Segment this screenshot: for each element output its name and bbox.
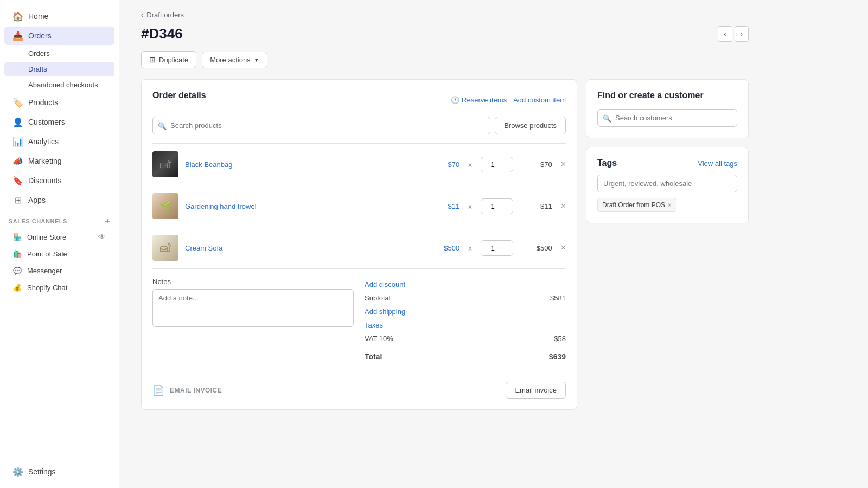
products-icon: 🏷️ [13,98,23,107]
item-qty-trowel[interactable] [481,198,513,214]
qty-input-sofa[interactable] [481,240,513,256]
taxes-label: Taxes [365,321,383,329]
nav-next-button[interactable]: › [735,26,749,42]
order-summary: Add discount — Subtotal $581 Add shippin… [365,278,566,364]
total-label: Total [365,352,382,361]
duplicate-label: Duplicate [159,56,188,64]
order-details-card: Order details 🕐 Reserve items Add custom… [141,79,577,410]
vat-value: $58 [554,335,566,343]
page-title: #D346 [141,25,183,42]
sidebar-channel-messenger[interactable]: 💬 Messenger [4,263,114,279]
sidebar-item-label: Orders [28,31,52,40]
email-invoice-section: 📄 EMAIL INVOICE Email invoice [152,373,566,399]
notes-label: Notes [152,278,354,286]
item-link-sofa[interactable]: Cream Sofa [185,244,222,252]
breadcrumb[interactable]: ‹ Draft orders [141,11,749,19]
tag-item: Draft Order from POS × [597,198,676,212]
more-actions-label: More actions [210,56,250,64]
nav-prev-button[interactable]: ‹ [718,26,732,42]
email-invoice-button[interactable]: Email invoice [506,382,566,399]
duplicate-button[interactable]: ⊞ Duplicate [141,51,196,68]
online-store-label: Online Store [27,233,66,241]
remove-item-sofa[interactable]: × [561,243,566,253]
sidebar-sub-drafts[interactable]: Drafts [4,62,114,76]
discount-row: Add discount — [365,278,566,291]
sidebar: 🏠 Home 📥 Orders Orders Drafts Abandoned … [0,0,119,488]
tag-remove-button[interactable]: × [667,201,672,209]
tags-input[interactable] [597,175,737,192]
sidebar-item-label: Marketing [28,157,61,165]
discounts-icon: 🔖 [13,176,23,185]
add-discount-link[interactable]: Add discount [365,280,405,288]
remove-item-trowel[interactable]: × [561,201,566,211]
sidebar-item-marketing[interactable]: 📣 Marketing [4,152,114,170]
sidebar-item-apps[interactable]: ⊞ Apps [4,191,114,209]
pos-label: Point of Sale [27,250,67,258]
sidebar-item-products[interactable]: 🏷️ Products [4,93,114,112]
drafts-label: Drafts [28,65,47,73]
item-link-beanbag[interactable]: Black Beanbag [185,160,232,169]
browse-products-button[interactable]: Browse products [495,117,566,134]
more-actions-button[interactable]: More actions ▼ [202,52,267,68]
qty-input-trowel[interactable] [481,198,513,214]
item-qty-sofa[interactable] [481,240,513,256]
add-channel-icon[interactable]: + [105,216,110,226]
item-image-beanbag: 🛋 [152,151,178,177]
messenger-label: Messenger [27,267,62,275]
subtotal-row: Subtotal $581 [365,291,566,305]
main-content: ‹ Draft orders #D346 ‹ › ⊞ Duplicate Mor… [119,0,868,488]
qty-input-beanbag[interactable] [481,157,513,172]
eye-icon: 👁 [98,233,106,241]
orders-sub-label: Orders [28,49,50,57]
line-items-list: 🛋 Black Beanbag $70 x $70 [152,143,566,269]
item-qty-beanbag[interactable] [481,157,513,172]
notes-textarea[interactable] [152,289,354,327]
product-search-wrap: 🔍 [152,117,490,134]
sidebar-sub-abandoned[interactable]: Abandoned checkouts [4,78,114,92]
notes-summary-section: Notes Add discount — Subtotal [152,278,566,364]
email-invoice-title: EMAIL INVOICE [170,387,222,394]
remove-item-beanbag[interactable]: × [561,159,566,169]
breadcrumb-text: Draft orders [146,11,184,19]
sidebar-sub-orders[interactable]: Orders [4,46,114,61]
line-item: 🌱 Gardening hand trowel $11 x [152,185,566,227]
sidebar-item-analytics[interactable]: 📊 Analytics [4,132,114,151]
item-total-trowel: $11 [520,202,552,210]
item-image-trowel: 🌱 [152,193,178,219]
customer-search-input[interactable] [597,109,737,127]
order-details-title: Order details [152,91,206,100]
item-link-trowel[interactable]: Gardening hand trowel [185,202,257,210]
customers-icon: 👤 [13,117,23,127]
messenger-icon: 💬 [13,267,22,275]
abandoned-label: Abandoned checkouts [28,81,98,89]
sidebar-item-settings[interactable]: ⚙️ Settings [4,463,114,481]
sidebar-item-customers[interactable]: 👤 Customers [4,113,114,131]
sidebar-channel-shopify-chat[interactable]: 💰 Shopify Chat [4,280,114,296]
view-all-tags-link[interactable]: View all tags [698,159,737,168]
sidebar-channel-online-store[interactable]: 🏪 Online Store 👁 [4,229,114,245]
shipping-dash: — [559,307,566,316]
line-item: 🛋 Black Beanbag $70 x $70 [152,144,566,185]
sidebar-item-home[interactable]: 🏠 Home [4,7,114,25]
vat-row: VAT 10% $58 [365,332,566,345]
product-search-input[interactable] [152,117,490,134]
line-item: 🛋 Cream Sofa $500 x $500 [152,227,566,269]
subtotal-label: Subtotal [365,294,391,302]
item-total-sofa: $500 [520,244,552,252]
sidebar-item-label: Customers [28,118,65,126]
clock-icon: 🕐 [451,96,459,104]
customer-card-title: Find or create a customer [597,91,737,100]
sidebar-item-discounts[interactable]: 🔖 Discounts [4,171,114,190]
add-shipping-link[interactable]: Add shipping [365,307,405,316]
customer-search-wrap: 🔍 [597,109,737,127]
sidebar-item-orders[interactable]: 📥 Orders [4,27,114,45]
breadcrumb-chevron: ‹ [141,11,143,19]
sidebar-channel-pos[interactable]: 🛍️ Point of Sale [4,246,114,262]
item-name-sofa: Cream Sofa [185,243,426,252]
sidebar-item-label: Home [28,12,48,21]
shopify-chat-label: Shopify Chat [27,284,67,292]
vat-label: VAT 10% [365,335,393,343]
reserve-items-link[interactable]: 🕐 Reserve items [451,96,507,104]
shipping-row: Add shipping — [365,305,566,318]
add-custom-item-link[interactable]: Add custom item [513,96,566,104]
